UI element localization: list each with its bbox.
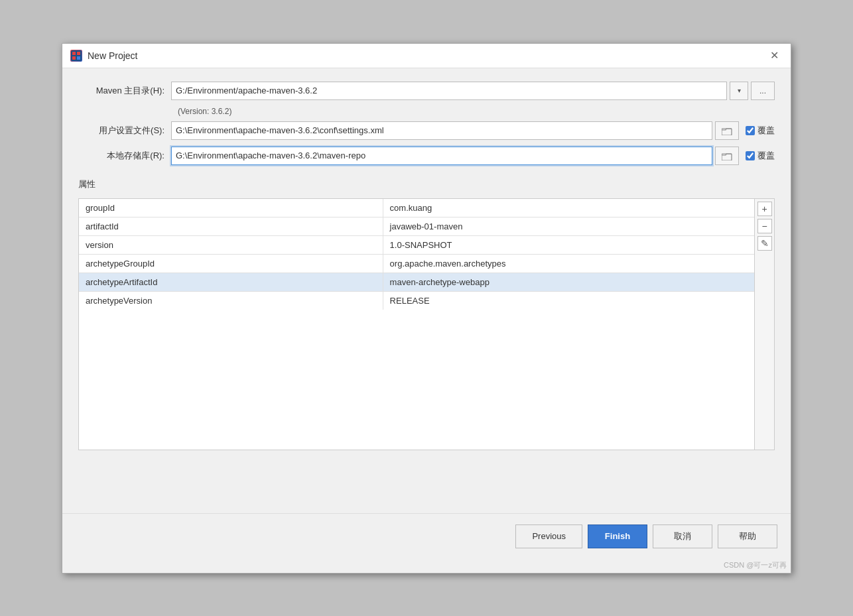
- properties-table: groupIdcom.kuangartifactIdjavaweb-01-mav…: [79, 199, 754, 450]
- override1-label: 覆盖: [757, 125, 775, 137]
- new-project-dialog: New Project ✕ Maven 主目录(H): ▾ ... (Versi…: [62, 43, 791, 574]
- property-value: maven-archetype-webapp: [383, 273, 754, 291]
- table-row[interactable]: artifactIdjavaweb-01-maven: [79, 217, 754, 235]
- property-value: javaweb-01-maven: [383, 217, 754, 235]
- add-property-button[interactable]: +: [757, 202, 772, 216]
- maven-home-dropdown[interactable]: ▾: [730, 82, 748, 100]
- svg-rect-2: [77, 52, 80, 55]
- property-key: groupId: [79, 199, 383, 217]
- previous-button[interactable]: Previous: [515, 524, 582, 548]
- property-key: archetypeGroupId: [79, 254, 383, 273]
- user-settings-label: 用户设置文件(S):: [78, 125, 171, 137]
- property-key: artifactId: [79, 217, 383, 235]
- title-bar: New Project ✕: [62, 44, 791, 68]
- maven-home-row: Maven 主目录(H): ▾ ...: [78, 82, 775, 100]
- maven-version-text: (Version: 3.6.2): [178, 107, 775, 116]
- local-repo-browse[interactable]: [715, 147, 739, 165]
- help-button[interactable]: 帮助: [718, 524, 777, 548]
- local-repo-label: 本地存储库(R):: [78, 150, 171, 162]
- property-key: archetypeVersion: [79, 291, 383, 310]
- app-icon: [70, 50, 82, 62]
- properties-section-title: 属性: [78, 178, 775, 190]
- table-row[interactable]: version1.0-SNAPSHOT: [79, 235, 754, 254]
- property-value: com.kuang: [383, 199, 754, 217]
- cancel-button[interactable]: 取消: [653, 524, 712, 548]
- properties-data-table: groupIdcom.kuangartifactIdjavaweb-01-mav…: [79, 199, 754, 310]
- user-settings-input-wrapper: 覆盖: [171, 121, 775, 140]
- dialog-title: New Project: [88, 50, 137, 61]
- maven-home-input-wrapper: ▾ ...: [171, 82, 775, 100]
- property-value: 1.0-SNAPSHOT: [383, 235, 754, 254]
- watermark-text: CSDN @可一z可再: [62, 559, 791, 573]
- user-settings-input[interactable]: [171, 121, 712, 140]
- property-value: RELEASE: [383, 291, 754, 310]
- title-bar-left: New Project: [70, 50, 137, 62]
- table-row[interactable]: archetypeArtifactIdmaven-archetype-webap…: [79, 273, 754, 291]
- override2-label: 覆盖: [757, 150, 775, 162]
- properties-actions-panel: + − ✎: [754, 199, 774, 450]
- maven-home-label: Maven 主目录(H):: [78, 85, 171, 97]
- property-value: org.apache.maven.archetypes: [383, 254, 754, 273]
- properties-area: groupIdcom.kuangartifactIdjavaweb-01-mav…: [78, 198, 775, 450]
- table-row[interactable]: archetypeVersionRELEASE: [79, 291, 754, 310]
- close-button[interactable]: ✕: [766, 49, 783, 62]
- svg-rect-3: [72, 56, 76, 60]
- property-key: version: [79, 235, 383, 254]
- edit-property-button[interactable]: ✎: [757, 236, 772, 251]
- svg-rect-4: [77, 56, 80, 60]
- bottom-bar: Previous Finish 取消 帮助: [62, 513, 791, 559]
- svg-rect-1: [72, 52, 76, 55]
- local-repo-row: 本地存储库(R): 覆盖: [78, 147, 775, 165]
- local-repo-input[interactable]: [171, 147, 712, 165]
- user-settings-row: 用户设置文件(S): 覆盖: [78, 121, 775, 140]
- override2-checkbox[interactable]: [746, 151, 755, 160]
- maven-home-browse[interactable]: ...: [751, 82, 775, 100]
- property-key: archetypeArtifactId: [79, 273, 383, 291]
- maven-home-input[interactable]: [171, 82, 727, 100]
- local-repo-input-wrapper: 覆盖: [171, 147, 775, 165]
- table-row[interactable]: archetypeGroupIdorg.apache.maven.archety…: [79, 254, 754, 273]
- table-row[interactable]: groupIdcom.kuang: [79, 199, 754, 217]
- override1-checkbox[interactable]: [746, 126, 755, 135]
- dialog-content: Maven 主目录(H): ▾ ... (Version: 3.6.2) 用户设…: [62, 68, 791, 513]
- user-settings-browse[interactable]: [715, 121, 739, 140]
- remove-property-button[interactable]: −: [757, 219, 772, 233]
- override2-wrapper: 覆盖: [746, 150, 775, 162]
- override1-wrapper: 覆盖: [746, 125, 775, 137]
- finish-button[interactable]: Finish: [588, 524, 647, 548]
